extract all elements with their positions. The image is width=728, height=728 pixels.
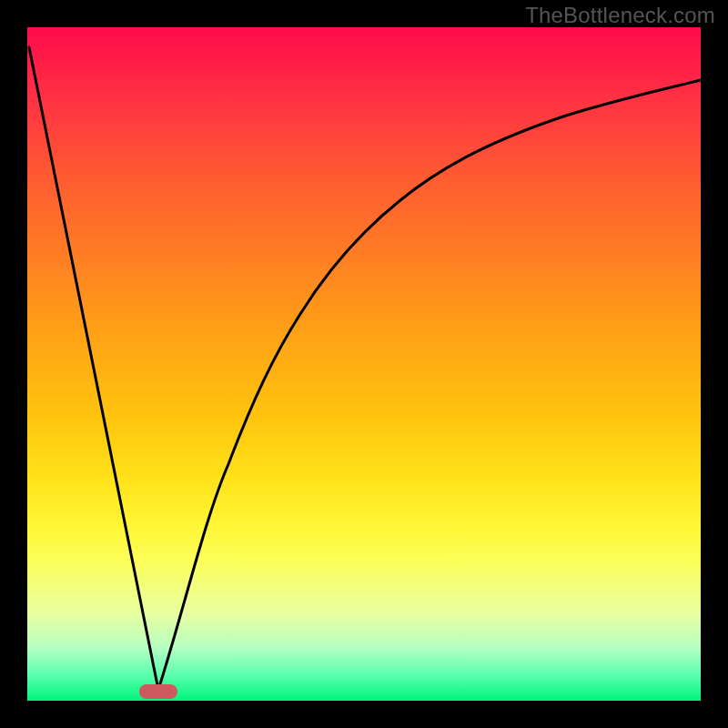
curve-right-ascent xyxy=(158,80,701,690)
chart-frame: TheBottleneck.com xyxy=(0,0,728,728)
curve-left-descent xyxy=(29,47,158,690)
watermark-text: TheBottleneck.com xyxy=(525,3,715,28)
curve-layer xyxy=(27,27,701,701)
plot-area xyxy=(27,27,701,701)
trough-marker xyxy=(139,684,177,699)
